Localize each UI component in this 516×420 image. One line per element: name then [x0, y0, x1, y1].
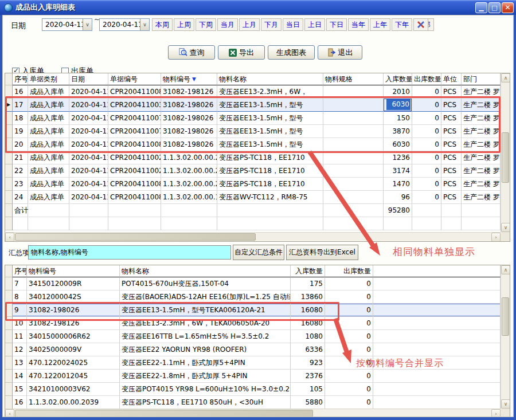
table-row[interactable]: 1134015000006R62变压器EE16TTB L=1.65mH±5% H… [5, 330, 501, 343]
cell-extra [373, 291, 501, 304]
export-button[interactable]: 导出 [218, 45, 265, 60]
detail-horizontal-scrollbar[interactable]: ‹ › [5, 232, 501, 241]
detail-vertical-scrollbar[interactable]: ∧ ∨ [501, 73, 510, 232]
minimize-button[interactable]: ▁ [475, 2, 487, 13]
cell-type: 成品入库单 [28, 151, 69, 164]
column-header[interactable]: 单位 [441, 73, 462, 85]
query-button[interactable]: 查询 [168, 45, 215, 60]
cell-code: 1.1.3.02.00.00.2039 [161, 164, 217, 178]
quick-range-button-4[interactable]: 当月 [217, 18, 238, 31]
column-header[interactable]: 物料编号 [27, 265, 120, 277]
cell-in_qty: 923 [291, 356, 325, 370]
table-row[interactable]: 931082-198026变压器EE13-1.5mH，型号TEKA006120A… [5, 304, 501, 317]
column-header[interactable]: 出库数量 [412, 73, 441, 85]
total-cell-name [217, 204, 323, 217]
custom-summary-button[interactable]: 自定义汇总条件 [233, 245, 284, 260]
column-header[interactable]: 序号 [13, 73, 28, 85]
quick-range-button-12[interactable]: 下年 [392, 18, 412, 31]
cell-seq: 16 [13, 85, 28, 99]
make-chart-button-label: 生成图表 [276, 48, 306, 58]
table-row[interactable]: 16成品入库单2020-04-11CPR20041100831082-19812… [5, 85, 501, 99]
selected-cell-value[interactable]: 6030 [386, 99, 411, 110]
table-row[interactable]: 834012000042S变压器(BAOER)ADS-12AH EE16(加厚)… [5, 291, 501, 304]
scroll-up-icon[interactable]: ∧ [501, 73, 510, 83]
cell-unit: PCS [441, 138, 462, 151]
quick-range-button-3[interactable]: 下周 [196, 18, 216, 31]
quick-range-button-11[interactable]: 上年 [370, 18, 390, 31]
column-header[interactable]: 单据类别 [28, 73, 69, 85]
table-row[interactable]: 1534210100003V62变压器POT4015 YR98 L=600uH±… [5, 383, 501, 396]
table-row[interactable]: 1234025000009V变压器EE22 YAORUN YR98 (ROOFE… [5, 343, 501, 356]
column-header[interactable]: 物料名称 [217, 73, 323, 85]
quick-range-button-6[interactable]: 下月 [261, 18, 282, 31]
detail-table: 序号单据类别日期单据编号物料编号▼物料名称物料规格入库数量出库数量单位部门16成… [5, 73, 501, 232]
row-selector [5, 204, 13, 217]
table-row[interactable]: 1031082-198126变压器EE13-2.3mH，6W，TEKA00605… [5, 317, 501, 330]
column-header[interactable]: 序号 [13, 265, 27, 277]
summary-vertical-scrollbar[interactable]: ∧ ∨ [501, 265, 510, 409]
scroll-down-icon[interactable]: ∨ [501, 399, 510, 409]
cell-doc: CPR200411007 [108, 112, 161, 125]
cell-empty [69, 217, 108, 230]
cell-dept: 生产二楼 罗平 [462, 164, 501, 178]
maximize-button[interactable]: □ [488, 2, 501, 13]
date-to-combo[interactable]: 2020-04-11 ∨ [99, 18, 150, 31]
cell-out_qty: 0 [325, 330, 373, 343]
summary-fields-input[interactable]: 物料名称,物料编号 [28, 245, 231, 260]
date-from-combo[interactable]: 2020-04-11 ∨ [42, 18, 92, 31]
customize-tool-button[interactable] [413, 18, 428, 31]
table-row[interactable]: 24成品入库单2020-04-11CPR2004110081.1.3.02.00… [5, 191, 501, 204]
table-row[interactable]: 161.1.3.02.00.00.2039变压器PS-TC118，EE1710 … [5, 396, 501, 409]
cell-code: 34210100003V62 [27, 383, 120, 396]
cell-name: 变压器PS-TC118，EE1710 [217, 178, 323, 191]
column-header[interactable]: 日期 [69, 73, 108, 85]
column-header[interactable]: 物料编号▼ [161, 73, 217, 85]
quick-range-button-2[interactable]: 上周 [174, 18, 194, 31]
exit-button[interactable]: 退出 [318, 45, 362, 60]
table-row[interactable]: 734150120009RPOT4015-670uH变压器,150T-04175… [5, 277, 501, 291]
quick-range-button-8[interactable]: 上日 [304, 18, 325, 31]
cell-date: 2020-04-11 [69, 191, 108, 204]
table-row[interactable]: 22成品入库单2020-04-11CPR2004110021.1.3.02.00… [5, 164, 501, 178]
column-header[interactable]: 物料名称 [120, 265, 291, 277]
quick-range-button-10[interactable]: 当年 [348, 18, 369, 31]
summary-horizontal-scrollbar[interactable]: ‹ › [5, 409, 501, 417]
scrollbar-thumb[interactable] [502, 132, 509, 183]
table-row[interactable]: ▶17成品入库单2020-04-11CPR20041100331082-1980… [5, 99, 501, 112]
table-row[interactable]: 20成品入库单2020-04-11CPR20041100831082-19802… [5, 138, 501, 151]
table-row[interactable]: 21成品入库单2020-04-11CPR2004110021.1.3.02.00… [5, 151, 501, 164]
column-header[interactable]: 物料规格 [323, 73, 384, 85]
table-row[interactable]: 13470.1220024025变压器EE22-1.1mH，卧式加厚5+4PIN… [5, 356, 501, 370]
column-header[interactable]: 入库数量 [384, 73, 412, 85]
scroll-up-icon[interactable]: ∧ [501, 265, 510, 274]
table-row[interactable]: 18成品入库单2020-04-11CPR20041100731082-19802… [5, 112, 501, 125]
scroll-right-icon[interactable]: › [491, 409, 501, 417]
cell-doc: CPR200411002 [108, 164, 161, 178]
quick-range-button-9[interactable]: 下日 [326, 18, 347, 31]
column-header[interactable]: 入库数量 [291, 265, 325, 277]
column-header[interactable]: 部门 [462, 73, 501, 85]
scroll-down-icon[interactable]: ∨ [501, 223, 510, 232]
column-header[interactable]: 出库数量 [325, 265, 373, 277]
scroll-right-icon[interactable]: › [491, 233, 501, 242]
scroll-left-icon[interactable]: ‹ [5, 409, 14, 417]
table-row[interactable]: 14470.1220012045变压器EE22-1.8mH，卧式加厚 5+4PI… [5, 370, 501, 383]
scrollbar-thumb[interactable] [502, 297, 509, 336]
quick-range-button-5[interactable]: 上月 [239, 18, 260, 31]
quick-range-button-7[interactable]: 当日 [283, 18, 303, 31]
make-chart-button[interactable]: 生成图表 [268, 45, 315, 60]
close-button[interactable]: ✕ [502, 2, 514, 13]
dropdown-icon[interactable]: ∨ [83, 19, 92, 30]
quick-range-button-1[interactable]: 本周 [152, 18, 173, 31]
cell-in_qty: 150 [384, 112, 412, 125]
cell-in_qty: 13860 [291, 291, 325, 304]
scrollbar-thumb[interactable] [15, 410, 313, 417]
summary-export-button[interactable]: 汇总资料导出到Excel [286, 245, 358, 260]
scroll-left-icon[interactable]: ‹ [5, 233, 14, 242]
column-header[interactable]: 单据编号 [108, 73, 161, 85]
scrollbar-thumb[interactable] [15, 233, 256, 241]
table-row[interactable]: 19成品入库单2020-04-11CPR20041100731082-19802… [5, 125, 501, 138]
cell-seq: 16 [13, 396, 27, 409]
dropdown-icon[interactable]: ∨ [140, 19, 149, 30]
table-row[interactable]: 23成品入库单2020-04-11CPR2004110081.1.3.02.00… [5, 178, 501, 191]
